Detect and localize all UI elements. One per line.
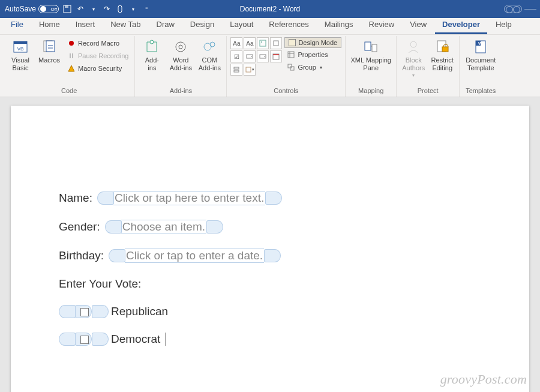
chevron-down-icon[interactable]: ▾ xyxy=(89,4,98,14)
save-icon[interactable] xyxy=(62,4,72,14)
tab-references[interactable]: References xyxy=(262,17,316,34)
restrict-editing-button[interactable]: Restrict Editing xyxy=(429,37,455,73)
group-icon xyxy=(287,63,295,71)
macro-security-button[interactable]: Macro Security xyxy=(65,62,131,74)
tab-draw[interactable]: Draw xyxy=(149,17,182,34)
checkbox-icon[interactable] xyxy=(75,305,92,318)
gender-label: Gender: xyxy=(59,220,100,234)
tab-file[interactable]: File xyxy=(4,17,31,34)
design-mode-icon xyxy=(289,39,296,46)
document-template-button[interactable]: W Document Template xyxy=(463,37,498,73)
gender-placeholder[interactable]: Choose an item. xyxy=(121,220,206,234)
properties-button[interactable]: Properties xyxy=(284,49,341,61)
tab-mailings[interactable]: Mailings xyxy=(317,17,361,34)
content-control-handle-icon[interactable] xyxy=(264,249,281,262)
svg-rect-26 xyxy=(288,52,294,58)
content-control-handle-icon[interactable] xyxy=(105,220,122,234)
visual-basic-button[interactable]: VB Visual Basic xyxy=(7,37,34,73)
combobox-control-icon[interactable] xyxy=(244,50,256,62)
svg-point-31 xyxy=(410,41,416,47)
autosave-label: AutoSave xyxy=(5,5,36,13)
pause-icon xyxy=(67,52,76,60)
redo-icon[interactable]: ↷ xyxy=(102,4,112,14)
design-mode-button[interactable]: Design Mode xyxy=(284,37,341,48)
title-decoration xyxy=(504,5,522,13)
tab-view[interactable]: View xyxy=(403,17,434,34)
document-page[interactable]: Name: Click or tap here to enter text. G… xyxy=(11,106,529,392)
autosave-state: Off xyxy=(51,7,58,12)
tab-insert[interactable]: Insert xyxy=(68,17,103,34)
gear-icon xyxy=(172,38,189,55)
checkbox-control-icon[interactable]: ☑ xyxy=(230,50,242,62)
svg-rect-28 xyxy=(290,67,294,70)
gear-icon xyxy=(201,38,218,55)
group-label: Templates xyxy=(463,86,498,97)
vote-option1-checkbox[interactable] xyxy=(59,305,109,318)
autosave-toggle[interactable]: AutoSave Off xyxy=(5,5,59,13)
touch-mouse-icon[interactable] xyxy=(115,4,125,14)
checkbox-icon[interactable] xyxy=(75,333,92,346)
birthday-placeholder[interactable]: Click or tap to enter a date. xyxy=(125,249,264,263)
name-content-control[interactable]: Click or tap here to enter text. xyxy=(97,191,282,205)
picture-control-icon[interactable] xyxy=(257,37,269,49)
svg-text:W: W xyxy=(478,41,482,46)
name-placeholder[interactable]: Click or tap here to enter text. xyxy=(113,191,265,205)
dropdown-control-icon[interactable] xyxy=(257,50,269,62)
word-doc-icon: W xyxy=(472,38,489,55)
svg-rect-27 xyxy=(288,64,292,68)
customize-qat-icon[interactable]: ⁼ xyxy=(142,4,151,14)
record-macro-button[interactable]: Record Macro xyxy=(65,37,131,49)
svg-point-13 xyxy=(179,45,182,49)
word-addins-button[interactable]: Word Add-ins xyxy=(167,37,194,73)
birthday-content-control[interactable]: Click or tap to enter a date. xyxy=(109,249,281,263)
tab-home[interactable]: Home xyxy=(32,17,67,34)
repeating-section-control-icon[interactable] xyxy=(230,64,242,76)
svg-rect-33 xyxy=(442,47,448,52)
svg-rect-23 xyxy=(234,67,239,69)
chevron-down-icon[interactable]: ▾ xyxy=(128,4,138,14)
tab-help[interactable]: Help xyxy=(488,17,519,34)
datepicker-control-icon[interactable] xyxy=(270,50,282,62)
tab-new[interactable]: New Tab xyxy=(103,17,148,34)
undo-icon[interactable]: ↶ xyxy=(76,4,85,14)
content-control-handle-icon[interactable] xyxy=(97,191,114,205)
xml-mapping-button[interactable]: XML Mapping Pane xyxy=(349,37,392,73)
watermark: groovyPost.com xyxy=(440,372,527,387)
tab-review[interactable]: Review xyxy=(362,17,402,34)
svg-point-17 xyxy=(261,41,262,43)
rich-text-control-icon[interactable]: Aa xyxy=(230,37,242,49)
content-control-handle-icon[interactable] xyxy=(59,333,76,346)
name-label: Name: xyxy=(59,191,92,205)
content-control-handle-icon[interactable] xyxy=(109,249,125,262)
content-control-handle-icon[interactable] xyxy=(206,220,223,234)
svg-rect-25 xyxy=(246,67,251,72)
content-control-handle-icon[interactable] xyxy=(92,333,109,346)
tab-developer[interactable]: Developer xyxy=(435,17,487,34)
legacy-tools-icon[interactable] xyxy=(244,64,256,76)
gender-content-control[interactable]: Choose an item. xyxy=(105,220,223,234)
text-cursor xyxy=(166,333,166,346)
pause-recording-button: Pause Recording xyxy=(65,50,131,62)
ribbon-tabstrip: File Home Insert New Tab Draw Design Lay… xyxy=(0,18,540,35)
com-addins-button[interactable]: COM Add-ins xyxy=(196,37,223,73)
group-label: Controls xyxy=(230,86,341,97)
properties-icon xyxy=(287,50,295,59)
addins-button[interactable]: Add- ins xyxy=(139,37,165,73)
content-control-handle-icon[interactable] xyxy=(265,191,282,205)
content-control-handle-icon[interactable] xyxy=(92,305,109,318)
vote-option1-label: Republican xyxy=(111,305,168,318)
group-label: Protect xyxy=(400,86,455,97)
plain-text-control-icon[interactable]: Aa xyxy=(244,37,256,49)
group-protect: Block Authors ▾ Restrict Editing Protect xyxy=(397,36,460,97)
svg-rect-4 xyxy=(14,41,27,44)
tab-design[interactable]: Design xyxy=(183,17,221,34)
building-block-control-icon[interactable] xyxy=(270,37,282,49)
vote-option2-checkbox[interactable] xyxy=(59,333,109,346)
macros-button[interactable]: Macros xyxy=(36,37,62,65)
tab-layout[interactable]: Layout xyxy=(223,17,260,34)
content-control-handle-icon[interactable] xyxy=(59,305,76,318)
svg-point-8 xyxy=(69,41,74,46)
vote-heading: Enter Your Vote: xyxy=(59,277,141,291)
chevron-down-icon: ▾ xyxy=(320,65,322,70)
group-button[interactable]: Group ▾ xyxy=(284,61,341,73)
